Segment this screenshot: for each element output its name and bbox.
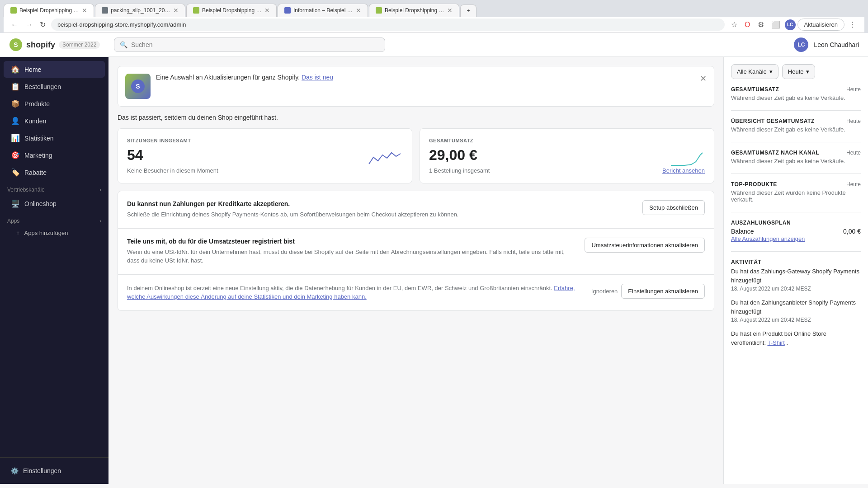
browser-tab-0[interactable]: Beispiel Dropshipping Store · ✕ [4,4,94,17]
new-tab-button[interactable]: + [460,5,476,17]
opera-btn[interactable]: O [742,19,753,31]
add-apps-icon: + [16,230,20,236]
shopify-logo-area: S shopify Sommer 2022 [9,38,108,52]
browser-tab-2[interactable]: Beispiel Dropshipping Store · ✕ [186,4,277,17]
sidebar: 🏠 Home 📋 Bestellungen 📦 Produkte 👤 Kunde… [0,57,108,484]
browser-tab-4[interactable]: Beispiel Dropshipping Store ✕ [369,4,459,17]
svg-text:S: S [136,83,140,90]
notification-close-button[interactable]: ✕ [700,74,707,84]
update-button[interactable]: Aktualisieren [797,19,844,31]
sidebar-label-rabatte: Rabatte [24,169,47,176]
search-input[interactable] [131,41,379,48]
einstellungen-aktualisieren-button[interactable]: Einstellungen aktualisieren [621,284,705,299]
right-panel-nach-kanal-title: GESAMTUMSATZ NACH KANAL [731,150,819,156]
umsatzsteuer-aktualisieren-button[interactable]: Umsatzsteuerinformationen aktualisieren [585,238,705,253]
activity-date-1: 18. August 2022 um 20:42 MESZ [731,316,861,324]
stat-card-gesamtumsatz: GESAMTUMSATZ 29,00 € 1 Bestellung insges… [420,128,714,183]
tab-close-2[interactable]: ✕ [264,7,270,14]
setup-abschliessen-button[interactable]: Setup abschließen [642,200,705,215]
tab-close-1[interactable]: ✕ [173,7,179,14]
sidebar-item-produkte[interactable]: 📦 Produkte [4,95,105,112]
sidebar-item-home[interactable]: 🏠 Home [4,61,105,78]
user-avatar: LC [794,38,808,52]
right-panel-divider-3 [731,174,861,174]
sidebar-item-statistiken[interactable]: 📊 Statistiken [4,130,105,146]
heute-dropdown[interactable]: Heute ▾ [782,64,816,79]
logo-badge: Sommer 2022 [59,41,100,49]
info-section-kreditkarte-text: Du kannst nun Zahlungen per Kreditkarte … [127,200,635,219]
info-section-einstellungen-actions: Ignorieren Einstellungen aktualisieren [591,284,705,299]
sidebar-item-bestellungen[interactable]: 📋 Bestellungen [4,78,105,95]
info-section-umsatzsteuer: Teile uns mit, ob du für die Umsatzsteue… [118,229,714,275]
activity-text-0: Du hat das Zahlungs-Gateway Shopify Paym… [731,267,861,285]
sidebar-item-kunden[interactable]: 👤 Kunden [4,113,105,129]
tab-close-3[interactable]: ✕ [356,7,361,14]
right-panel-gesamtumsatz: GESAMTUMSATZ Heute Während dieser Zeit g… [731,86,861,101]
discounts-icon: 🏷️ [11,168,20,177]
notification-text: Eine Auswahl an Aktualisierungen für gan… [156,74,694,81]
reload-button[interactable]: ↻ [38,19,47,31]
tab-title-1: packing_slip_1001_20220818... [111,7,170,14]
notification-link[interactable]: Das ist neu [302,74,333,81]
marketing-icon: 🎯 [11,151,20,160]
screenshot-btn[interactable]: ⬜ [769,19,783,31]
menu-btn[interactable]: ⋮ [846,19,859,31]
right-panel-uebersicht: ÜBERSICHT GESAMTUMSATZ Heute Während die… [731,118,861,133]
right-panel-top-produkte-title: TOP-PRODUKTE [731,181,777,188]
browser-tabs: Beispiel Dropshipping Store · ✕ packing_… [4,4,864,17]
right-panel-gesamtumsatz-header: GESAMTUMSATZ Heute [731,86,861,93]
right-panel-uebersicht-body: Während dieser Zeit gab es keine Verkäuf… [731,126,861,133]
shopify-layout: 🏠 Home 📋 Bestellungen 📦 Produkte 👤 Kunde… [0,57,868,484]
onlineshop-icon: 🖥️ [11,199,20,208]
tab-title-2: Beispiel Dropshipping Store · [202,7,262,14]
back-button[interactable]: ← [9,19,20,31]
sidebar-section-vertrieb: Vertriebskanäle › [0,181,108,195]
browser-tab-1[interactable]: packing_slip_1001_20220818... ✕ [95,4,185,17]
ignorieren-button[interactable]: Ignorieren [591,284,618,298]
sidebar-item-rabatte[interactable]: 🏷️ Rabatte [4,164,105,181]
sidebar-item-marketing[interactable]: 🎯 Marketing [4,147,105,164]
tab-close-0[interactable]: ✕ [82,7,87,14]
sidebar-item-onlineshop[interactable]: 🖥️ Onlineshop [4,195,105,212]
browser-chrome: Beispiel Dropshipping Store · ✕ packing_… [0,0,868,33]
tshirt-link[interactable]: T-Shirt [767,339,784,346]
tab-close-4[interactable]: ✕ [447,7,453,14]
sidebar-item-add-apps[interactable]: + Apps hinzufügen [0,226,108,240]
right-panel-divider-5 [731,251,861,252]
extensions-btn[interactable]: ⚙ [755,19,767,31]
right-panel-uebersicht-title: ÜBERSICHT GESAMTUMSATZ [731,118,815,124]
sidebar-item-settings[interactable]: ⚙️ Einstellungen [4,463,105,479]
sitzungen-chart [367,148,403,166]
tab-favicon-3 [284,7,291,14]
info-section-umsatzsteuer-text: Teile uns mit, ob du für die Umsatzsteue… [127,238,577,265]
alle-kanaele-dropdown[interactable]: Alle Kanäle ▾ [731,64,778,79]
sidebar-bottom: ⚙️ Einstellungen [0,457,108,484]
right-panel-nach-kanal: GESAMTUMSATZ NACH KANAL Heute Während di… [731,150,861,164]
info-card: Du kannst nun Zahlungen per Kreditkarte … [118,191,714,311]
stat-label-gesamtumsatz: GESAMTUMSATZ [429,138,705,143]
right-panel-nach-kanal-header: GESAMTUMSATZ NACH KANAL Heute [731,150,861,156]
gesamtumsatz-chart [669,148,705,166]
browser-tab-3[interactable]: Information – Beispiel Dropshi... ✕ [278,4,368,17]
right-panel: Alle Kanäle ▾ Heute ▾ GESAMTUMSATZ Heute… [723,57,868,484]
forward-button[interactable]: → [24,19,34,31]
stat-label-sitzungen: SITZUNGEN INSGESAMT [127,138,403,143]
shopify-editions-logo: S [125,74,151,99]
settings-icon: ⚙️ [11,467,19,474]
address-bar[interactable] [51,19,725,31]
right-panel-top-produkte-header: TOP-PRODUKTE Heute [731,181,861,188]
bericht-ansehen-link[interactable]: Bericht ansehen [662,167,705,174]
tab-title-0: Beispiel Dropshipping Store · [19,7,79,14]
search-bar[interactable]: 🔍 [114,38,385,52]
sidebar-section-apps: Apps › [0,212,108,226]
sidebar-label-kunden: Kunden [24,117,46,125]
shopify-app: S shopify Sommer 2022 🔍 LC Leon Chaudhar… [0,33,868,484]
right-panel-auszahlungsplan-title: AUSZAHLUNGSPLAN [731,220,791,226]
info-section-einstellungen-body: In deinem Onlineshop ist derzeit eine ne… [127,284,584,301]
right-panel-top-produkte: TOP-PRODUKTE Heute Während dieser Zeit w… [731,181,861,203]
info-section-umsatzsteuer-title: Teile uns mit, ob du für die Umsatzsteue… [127,238,577,245]
right-panel-gesamtumsatz-date: Heute [846,86,861,93]
balance-value: 0,00 € [843,228,861,235]
bookmark-btn[interactable]: ☆ [728,19,740,31]
alle-auszahlungen-link[interactable]: Alle Auszahlungen anzeigen [731,235,805,242]
